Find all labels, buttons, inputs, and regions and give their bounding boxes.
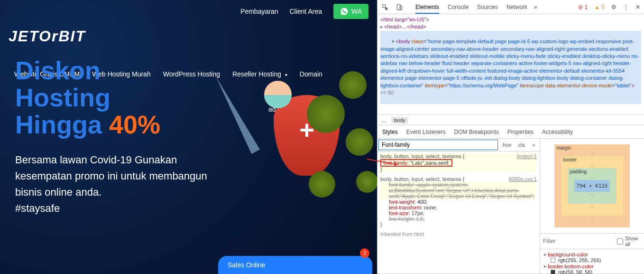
css-rules[interactable]: (index):1 body, button, input, select, t… — [377, 151, 540, 239]
website-viewport: Pembayaran Client Area WA JETOrBIT Websi… — [0, 0, 377, 274]
tab-elements[interactable]: Elements — [415, 4, 439, 14]
dom-tree[interactable]: <html lang="en-US"> ▸<head>…</head> ▾<bo… — [377, 14, 644, 115]
tab-sources[interactable]: Sources — [477, 4, 498, 10]
inherited-label: Inherited from html — [380, 231, 537, 237]
subtab-dom-breakpoints[interactable]: DOM Breakpoints — [454, 129, 499, 135]
virus-icon — [346, 128, 373, 156]
whatsapp-icon — [340, 7, 349, 16]
subtab-accessibility[interactable]: Accessibility — [542, 129, 573, 135]
warning-count[interactable]: ▲ 6 — [594, 4, 605, 10]
sales-label: Sales Online — [228, 261, 265, 269]
topbar-pay[interactable]: Pembayaran — [240, 8, 278, 15]
computed-pane: margin - border - padding - 794 × 6115 - — [540, 139, 644, 274]
box-model-content: 794 × 6115 — [574, 180, 609, 192]
crumb-body[interactable]: body — [391, 117, 408, 123]
close-icon[interactable]: ✕ — [635, 4, 640, 10]
logo[interactable]: JETOrBIT — [9, 28, 86, 45]
device-toggle-icon[interactable] — [396, 3, 403, 11]
computed-filter-input[interactable] — [543, 238, 614, 245]
sword-icon — [212, 74, 260, 154]
hero-body: Bersama lawan Covid-19 Gunakan kesempata… — [15, 152, 224, 217]
css-rule-2[interactable]: 6080e.css:1 body, button, input, select,… — [380, 176, 537, 227]
subtab-styles[interactable]: Styles — [382, 129, 398, 135]
rule1-source[interactable]: (index):1 — [516, 153, 537, 159]
topbar-client[interactable]: Client Area — [289, 8, 322, 15]
show-all-checkbox[interactable] — [617, 238, 623, 245]
styles-filter-input[interactable] — [378, 140, 498, 150]
svg-rect-0 — [383, 4, 386, 7]
settings-icon[interactable]: ⚙ — [611, 4, 616, 10]
hov-toggle[interactable]: :hov — [499, 142, 515, 148]
tab-network[interactable]: Network — [506, 4, 527, 10]
devtools: Elements Console Sources Network » ⊘ 1 ▲… — [377, 0, 644, 274]
styles-filter-row: :hov .cls ＋ — [377, 139, 540, 151]
dom-breadcrumb[interactable]: … body — [377, 115, 644, 125]
cls-toggle[interactable]: .cls — [515, 142, 528, 148]
whatsapp-button[interactable]: WA — [333, 4, 368, 19]
tab-console[interactable]: Console — [448, 4, 469, 10]
computed-list[interactable]: ▸background-color rgb(255, 255, 255) ▸bo… — [540, 249, 644, 274]
subtab-event-listeners[interactable]: Event Listeners — [406, 129, 446, 135]
virus-icon — [307, 95, 345, 133]
more-icon[interactable]: ⋮ — [623, 4, 629, 10]
hero: Diskon Hosting Hingga 40% Bersama lawan … — [15, 57, 224, 217]
tabs-more-icon[interactable]: » — [534, 4, 537, 10]
subtab-properties[interactable]: Properties — [507, 129, 534, 135]
virus-icon — [309, 171, 335, 198]
sales-badge: 2 — [360, 248, 369, 258]
box-model[interactable]: margin - border - padding - 794 × 6115 - — [540, 139, 644, 233]
computed-filter-row: Show all — [540, 233, 644, 249]
styles-subtabs: Styles Event Listeners DOM Breakpoints P… — [377, 125, 644, 139]
hero-title: Diskon Hosting Hingga 40% — [15, 57, 224, 139]
new-style-rule-icon[interactable]: ＋ — [528, 141, 540, 149]
devtools-tabs: Elements Console Sources Network — [415, 4, 527, 10]
rule2-source[interactable]: 6080e.css:1 — [509, 176, 537, 182]
sales-chat-widget[interactable]: Sales Online 2 — [218, 256, 372, 274]
inspect-icon[interactable] — [381, 3, 389, 11]
devtools-toolbar: Elements Console Sources Network » ⊘ 1 ▲… — [377, 0, 644, 14]
crumb-dots[interactable]: … — [381, 117, 386, 123]
topbar: Pembayaran Client Area WA — [0, 0, 377, 23]
css-rule-1[interactable]: (index):1 body, button, input, select, t… — [380, 153, 537, 172]
virus-icon — [356, 171, 377, 193]
whatsapp-label: WA — [351, 8, 362, 15]
hero-illustration — [217, 76, 373, 218]
virus-icon — [339, 71, 367, 99]
error-count[interactable]: ⊘ 1 — [578, 4, 588, 10]
show-all-toggle[interactable]: Show all — [617, 236, 641, 247]
styles-pane: :hov .cls ＋ (index):1 body, button, inpu… — [377, 139, 540, 274]
